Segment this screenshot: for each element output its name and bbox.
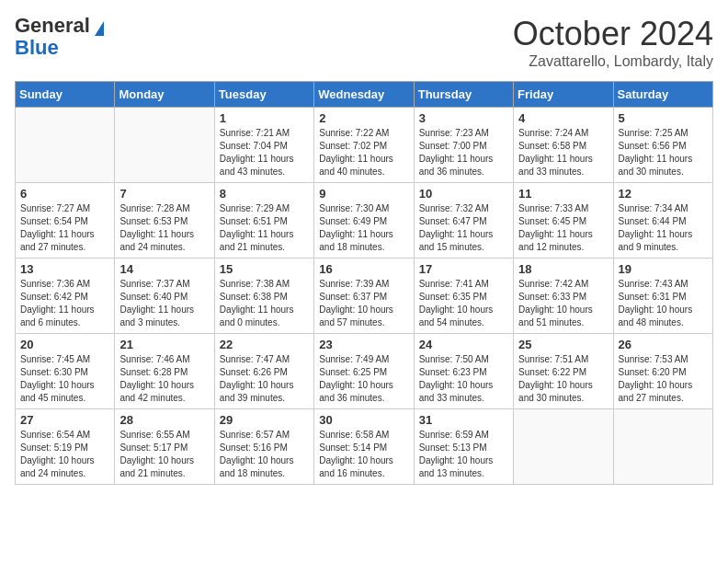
day-info: Sunrise: 7:53 AMSunset: 6:20 PMDaylight:… [619,353,708,405]
calendar-cell [16,108,115,183]
day-info: Sunrise: 6:58 AMSunset: 5:14 PMDaylight:… [319,429,408,480]
calendar-cell: 3Sunrise: 7:23 AMSunset: 7:00 PMDaylight… [414,108,513,183]
day-info: Sunrise: 6:57 AMSunset: 5:16 PMDaylight:… [220,429,309,480]
calendar-cell: 7Sunrise: 7:28 AMSunset: 6:53 PMDaylight… [115,183,214,259]
page-header: General Blue October 2024 Zavattarello, … [15,15,713,70]
day-number: 15 [220,262,309,276]
calendar-cell [115,108,214,183]
day-of-week-header: Friday [514,82,613,108]
calendar-cell: 24Sunrise: 7:50 AMSunset: 6:23 PMDayligh… [414,334,513,409]
day-info: Sunrise: 7:38 AMSunset: 6:38 PMDaylight:… [220,278,309,329]
calendar-cell: 22Sunrise: 7:47 AMSunset: 6:26 PMDayligh… [214,334,313,409]
calendar-header-row: SundayMondayTuesdayWednesdayThursdayFrid… [16,82,713,108]
day-number: 29 [220,413,309,427]
day-of-week-header: Sunday [16,82,115,108]
calendar-cell: 26Sunrise: 7:53 AMSunset: 6:20 PMDayligh… [613,334,712,409]
day-number: 6 [20,187,109,201]
calendar-cell: 11Sunrise: 7:33 AMSunset: 6:45 PMDayligh… [514,183,613,259]
calendar-table: SundayMondayTuesdayWednesdayThursdayFrid… [15,81,713,485]
day-number: 31 [419,413,508,427]
day-number: 11 [518,187,608,201]
day-info: Sunrise: 7:36 AMSunset: 6:42 PMDaylight:… [20,278,109,329]
day-info: Sunrise: 7:50 AMSunset: 6:23 PMDaylight:… [419,353,508,405]
calendar-cell: 6Sunrise: 7:27 AMSunset: 6:54 PMDaylight… [16,183,115,259]
day-info: Sunrise: 7:24 AMSunset: 6:58 PMDaylight:… [518,127,608,178]
day-info: Sunrise: 7:47 AMSunset: 6:26 PMDaylight:… [220,353,309,405]
calendar-cell: 15Sunrise: 7:38 AMSunset: 6:38 PMDayligh… [214,259,313,334]
day-number: 22 [220,338,309,351]
day-info: Sunrise: 7:46 AMSunset: 6:28 PMDaylight:… [119,353,209,405]
day-number: 19 [619,262,708,276]
day-info: Sunrise: 7:37 AMSunset: 6:40 PMDaylight:… [119,278,209,329]
day-number: 10 [419,187,508,201]
day-number: 7 [119,187,209,201]
calendar-cell: 5Sunrise: 7:25 AMSunset: 6:56 PMDaylight… [613,108,712,183]
calendar-week-row: 1Sunrise: 7:21 AMSunset: 7:04 PMDaylight… [16,108,713,183]
calendar-cell: 23Sunrise: 7:49 AMSunset: 6:25 PMDayligh… [314,334,414,409]
day-number: 17 [419,262,508,276]
day-of-week-header: Thursday [414,82,513,108]
day-of-week-header: Wednesday [314,82,414,108]
calendar-cell: 14Sunrise: 7:37 AMSunset: 6:40 PMDayligh… [115,259,214,334]
day-info: Sunrise: 7:41 AMSunset: 6:35 PMDaylight:… [419,278,508,329]
day-info: Sunrise: 6:55 AMSunset: 5:17 PMDaylight:… [119,429,209,480]
day-number: 2 [319,111,408,125]
day-number: 20 [20,338,109,351]
calendar-cell [613,409,712,485]
calendar-cell [514,409,613,485]
day-number: 5 [619,111,708,125]
calendar-cell: 4Sunrise: 7:24 AMSunset: 6:58 PMDaylight… [514,108,613,183]
day-number: 1 [220,111,309,125]
logo-blue: Blue [15,36,59,59]
calendar-cell: 13Sunrise: 7:36 AMSunset: 6:42 PMDayligh… [16,259,115,334]
calendar-cell: 27Sunrise: 6:54 AMSunset: 5:19 PMDayligh… [16,409,115,485]
calendar-week-row: 20Sunrise: 7:45 AMSunset: 6:30 PMDayligh… [16,334,713,409]
calendar-cell: 18Sunrise: 7:42 AMSunset: 6:33 PMDayligh… [514,259,613,334]
day-number: 4 [518,111,608,125]
day-number: 24 [419,338,508,351]
calendar-cell: 20Sunrise: 7:45 AMSunset: 6:30 PMDayligh… [16,334,115,409]
logo-general: General [15,14,90,37]
day-info: Sunrise: 7:28 AMSunset: 6:53 PMDaylight:… [119,202,209,254]
day-info: Sunrise: 7:32 AMSunset: 6:47 PMDaylight:… [419,202,508,254]
day-number: 23 [319,338,408,351]
calendar-cell: 17Sunrise: 7:41 AMSunset: 6:35 PMDayligh… [414,259,513,334]
day-info: Sunrise: 7:51 AMSunset: 6:22 PMDaylight:… [518,353,608,405]
day-of-week-header: Saturday [613,82,712,108]
calendar-cell: 21Sunrise: 7:46 AMSunset: 6:28 PMDayligh… [115,334,214,409]
title-block: October 2024 Zavattarello, Lombardy, Ita… [513,15,713,70]
calendar-cell: 28Sunrise: 6:55 AMSunset: 5:17 PMDayligh… [115,409,214,485]
day-info: Sunrise: 7:33 AMSunset: 6:45 PMDaylight:… [518,202,608,254]
day-number: 26 [619,338,708,351]
calendar-cell: 30Sunrise: 6:58 AMSunset: 5:14 PMDayligh… [314,409,414,485]
day-info: Sunrise: 7:49 AMSunset: 6:25 PMDaylight:… [319,353,408,405]
location-title: Zavattarello, Lombardy, Italy [513,53,713,70]
day-number: 28 [119,413,209,427]
day-info: Sunrise: 7:39 AMSunset: 6:37 PMDaylight:… [319,278,408,329]
month-title: October 2024 [513,15,713,53]
day-info: Sunrise: 7:27 AMSunset: 6:54 PMDaylight:… [20,202,109,254]
day-number: 30 [319,413,408,427]
calendar-week-row: 13Sunrise: 7:36 AMSunset: 6:42 PMDayligh… [16,259,713,334]
day-number: 9 [319,187,408,201]
calendar-cell: 8Sunrise: 7:29 AMSunset: 6:51 PMDaylight… [214,183,313,259]
day-info: Sunrise: 7:23 AMSunset: 7:00 PMDaylight:… [419,127,508,178]
calendar-cell: 1Sunrise: 7:21 AMSunset: 7:04 PMDaylight… [214,108,313,183]
day-info: Sunrise: 7:30 AMSunset: 6:49 PMDaylight:… [319,202,408,254]
day-info: Sunrise: 7:34 AMSunset: 6:44 PMDaylight:… [619,202,708,254]
day-number: 12 [619,187,708,201]
day-info: Sunrise: 6:59 AMSunset: 5:13 PMDaylight:… [419,429,508,480]
calendar-cell: 16Sunrise: 7:39 AMSunset: 6:37 PMDayligh… [314,259,414,334]
calendar-cell: 9Sunrise: 7:30 AMSunset: 6:49 PMDaylight… [314,183,414,259]
day-number: 8 [220,187,309,201]
day-number: 14 [119,262,209,276]
day-number: 3 [419,111,508,125]
calendar-cell: 2Sunrise: 7:22 AMSunset: 7:02 PMDaylight… [314,108,414,183]
day-number: 27 [20,413,109,427]
calendar-week-row: 27Sunrise: 6:54 AMSunset: 5:19 PMDayligh… [16,409,713,485]
day-number: 13 [20,262,109,276]
day-info: Sunrise: 7:25 AMSunset: 6:56 PMDaylight:… [619,127,708,178]
day-number: 21 [119,338,209,351]
day-number: 16 [319,262,408,276]
day-info: Sunrise: 6:54 AMSunset: 5:19 PMDaylight:… [20,429,109,480]
